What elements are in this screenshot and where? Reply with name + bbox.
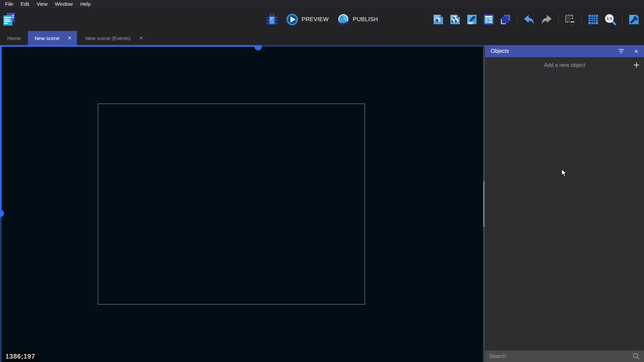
publish-button[interactable]: PUBLISH xyxy=(337,13,378,26)
publish-globe-icon xyxy=(337,13,350,26)
instances-list-icon xyxy=(483,14,494,25)
menu-bar: File Edit View Window Help xyxy=(0,0,644,8)
menu-file[interactable]: File xyxy=(3,0,15,8)
panel-resize-handle[interactable] xyxy=(483,181,484,227)
tab-bar: Home New scene ✕ New scene (Events) ✕ xyxy=(0,31,644,45)
menu-edit[interactable]: Edit xyxy=(18,0,32,8)
zoom-one-to-one-icon: 1:1 xyxy=(605,14,616,25)
objects-panel-title: Objects xyxy=(491,48,618,54)
menu-help[interactable]: Help xyxy=(78,0,93,8)
toolbar: PREVIEW PUBLISH xyxy=(0,8,644,31)
objects-panel-header: Objects ✕ xyxy=(485,45,644,57)
deselect-button[interactable] xyxy=(565,14,575,25)
properties-button[interactable] xyxy=(467,14,477,25)
grid-icon xyxy=(588,14,599,25)
objects-icon xyxy=(433,14,444,25)
tab-home-label: Home xyxy=(7,35,21,41)
object-groups-icon xyxy=(450,14,460,25)
tab-new-scene[interactable]: New scene ✕ xyxy=(28,31,77,45)
toolbar-separator xyxy=(558,14,559,25)
toolbar-separator xyxy=(517,14,517,25)
editor-settings-button[interactable] xyxy=(629,14,639,25)
objects-search-bar xyxy=(485,351,644,362)
play-icon xyxy=(286,13,298,26)
debug-button[interactable] xyxy=(266,12,278,27)
redo-button[interactable] xyxy=(541,14,552,25)
tab-new-scene-events[interactable]: New scene (Events) ✕ xyxy=(78,31,149,45)
add-new-object-row[interactable]: Add a new object + xyxy=(485,57,644,73)
vertical-scrollbar[interactable] xyxy=(0,45,2,362)
edit-pencil-icon xyxy=(467,14,477,25)
game-window-frame xyxy=(98,104,365,304)
preview-label: PREVIEW xyxy=(301,16,329,23)
objects-panel: Objects ✕ Add a new object + xyxy=(485,45,644,362)
objects-editor-button[interactable] xyxy=(433,14,444,25)
preview-button[interactable]: PREVIEW xyxy=(286,13,329,26)
deselect-icon xyxy=(565,14,575,25)
vertical-scrollbar-thumb[interactable] xyxy=(0,210,4,217)
search-input[interactable] xyxy=(489,353,633,359)
plus-icon[interactable]: + xyxy=(633,60,640,70)
tab-home[interactable]: Home xyxy=(0,31,28,45)
close-icon[interactable]: ✕ xyxy=(139,36,143,40)
tab-new-scene-events-label: New scene (Events) xyxy=(85,35,130,41)
project-manager-icon xyxy=(3,12,16,27)
vertical-scrollbar-fill xyxy=(0,45,2,210)
menu-window[interactable]: Window xyxy=(52,0,75,8)
close-icon[interactable]: ✕ xyxy=(68,36,72,40)
undo-button[interactable] xyxy=(523,14,535,25)
objects-list-empty-area xyxy=(485,73,644,351)
wrench-icon xyxy=(629,14,639,25)
svg-text:1:1: 1:1 xyxy=(607,16,612,21)
tab-new-scene-label: New scene xyxy=(35,35,59,41)
close-icon[interactable]: ✕ xyxy=(634,49,638,54)
horizontal-scrollbar[interactable] xyxy=(0,45,483,47)
object-groups-button[interactable] xyxy=(450,14,460,25)
toolbar-separator xyxy=(622,14,622,25)
menu-view[interactable]: View xyxy=(34,0,50,8)
instances-list-button[interactable] xyxy=(483,14,494,25)
editor-content: 1386;197 Objects ✕ Add a new object + xyxy=(0,45,644,362)
toolbar-separator xyxy=(581,14,582,25)
publish-label: PUBLISH xyxy=(353,16,378,23)
search-icon xyxy=(633,353,640,360)
cursor-coordinates: 1386;197 xyxy=(2,352,40,362)
layers-button[interactable] xyxy=(500,14,511,25)
filter-icon[interactable] xyxy=(618,49,624,53)
horizontal-scrollbar-fill xyxy=(0,45,258,47)
debug-bug-icon xyxy=(266,12,278,27)
redo-arrow-icon xyxy=(541,14,552,25)
scene-canvas[interactable]: 1386;197 xyxy=(0,45,483,362)
grid-button[interactable] xyxy=(588,14,599,25)
zoom-original-button[interactable]: 1:1 xyxy=(605,14,616,25)
layers-icon xyxy=(500,14,511,25)
undo-arrow-icon xyxy=(523,14,535,25)
project-manager-button[interactable] xyxy=(3,12,16,27)
add-new-object-label: Add a new object xyxy=(485,62,644,68)
horizontal-scrollbar-thumb[interactable] xyxy=(254,45,262,50)
